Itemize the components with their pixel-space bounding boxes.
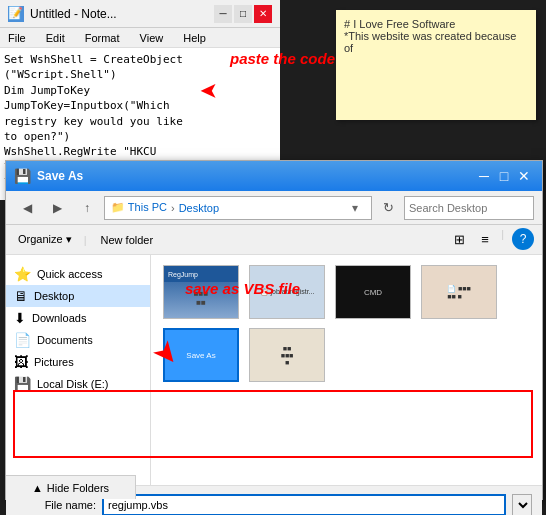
menu-file[interactable]: File <box>4 30 30 46</box>
close-button[interactable]: ✕ <box>254 5 272 23</box>
address-bar[interactable]: 📁 This PC › Desktop ▾ <box>104 196 372 220</box>
sticky-line2: *This website was created because of <box>344 30 528 54</box>
dialog-titlebar: 💾 Save As ─ □ ✕ <box>6 161 542 191</box>
sidebar-item-desktop[interactable]: 🖥 Desktop <box>6 285 150 307</box>
sidebar-item-documents[interactable]: 📄 Documents <box>6 329 150 351</box>
notepad-menubar: File Edit Format View Help <box>0 28 280 48</box>
desktop-icon: 🖥 <box>14 288 28 304</box>
sidebar: ⭐ Quick access 🖥 Desktop ⬇ Downloads 📄 D… <box>6 255 151 485</box>
menu-edit[interactable]: Edit <box>42 30 69 46</box>
new-folder-button[interactable]: New folder <box>95 232 160 248</box>
dialog-close-btn[interactable]: ✕ <box>514 166 534 186</box>
minimize-button[interactable]: ─ <box>214 5 232 23</box>
nav-refresh-btn[interactable]: ↻ <box>376 196 400 220</box>
view-list-btn[interactable]: ≡ <box>473 228 497 252</box>
dialog-maximize-btn[interactable]: □ <box>494 166 514 186</box>
sidebar-label-downloads: Downloads <box>32 312 86 324</box>
sidebar-item-localdisk[interactable]: 💾 Local Disk (E:) <box>6 373 150 395</box>
sidebar-label-desktop: Desktop <box>34 290 74 302</box>
path-refresh-btn[interactable]: ▾ <box>345 198 365 218</box>
search-input[interactable] <box>405 202 546 214</box>
nav-up-btn[interactable]: ↑ <box>74 196 100 220</box>
hide-folders-chevron: ▲ <box>32 482 43 494</box>
search-bar: 🔍 <box>404 196 534 220</box>
desktop-files: RegJump ■■■■■ 📋 job at registr... <box>155 259 538 391</box>
notepad-titlebar: 📝 Untitled - Note... ─ □ ✕ <box>0 0 280 28</box>
localdisk-icon: 💾 <box>14 376 31 392</box>
quickaccess-icon: ⭐ <box>14 266 31 282</box>
path-thispc[interactable]: 📁 This PC <box>111 201 167 214</box>
documents-icon: 📄 <box>14 332 31 348</box>
dialog-title: Save As <box>37 169 474 183</box>
paste-arrow: ➤ <box>200 78 218 104</box>
notepad-title: Untitled - Note... <box>30 7 214 21</box>
organize-button[interactable]: Organize ▾ <box>14 231 76 248</box>
menu-help[interactable]: Help <box>179 30 210 46</box>
nav-forward-btn[interactable]: ▶ <box>44 196 70 220</box>
dialog-icon: 💾 <box>14 168 31 184</box>
menu-format[interactable]: Format <box>81 30 124 46</box>
sidebar-item-quickaccess[interactable]: ⭐ Quick access <box>6 263 150 285</box>
file-thumb-6[interactable]: ■■■■■■ <box>247 328 327 385</box>
view-icon-btn[interactable]: ⊞ <box>447 228 471 252</box>
maximize-button[interactable]: □ <box>234 5 252 23</box>
pictures-icon: 🖼 <box>14 354 28 370</box>
annotation-paste: paste the code <box>230 50 335 67</box>
thumb-img-4: 📄 ■■■■■ ■ <box>421 265 497 319</box>
sticky-line1: # I Love Free Software <box>344 18 528 30</box>
thumb-img-6: ■■■■■■ <box>249 328 325 382</box>
downloads-icon: ⬇ <box>14 310 26 326</box>
path-desktop[interactable]: Desktop <box>179 202 219 214</box>
sticky-note: # I Love Free Software *This website was… <box>336 10 536 120</box>
sidebar-item-pictures[interactable]: 🖼 Pictures <box>6 351 150 373</box>
sidebar-label-documents: Documents <box>37 334 93 346</box>
file-thumb-4[interactable]: 📄 ■■■■■ ■ <box>419 265 499 322</box>
help-button[interactable]: ? <box>512 228 534 250</box>
sidebar-label-quickaccess: Quick access <box>37 268 102 280</box>
organize-bar: Organize ▾ | New folder ⊞ ≡ | ? <box>6 225 542 255</box>
nav-back-btn[interactable]: ◀ <box>14 196 40 220</box>
saveas-dialog: 💾 Save As ─ □ ✕ ◀ ▶ ↑ 📁 This PC › Deskto… <box>5 160 543 500</box>
filename-input[interactable] <box>102 494 506 515</box>
menu-view[interactable]: View <box>136 30 168 46</box>
annotation-saveas: save as VBS file <box>185 280 300 297</box>
hide-folders-label: Hide Folders <box>47 482 109 494</box>
notepad-icon: 📝 <box>8 6 24 22</box>
notepad-window-controls: ─ □ ✕ <box>214 5 272 23</box>
view-buttons: ⊞ ≡ | ? <box>447 228 534 252</box>
file-thumb-3[interactable]: CMD <box>333 265 413 322</box>
sidebar-label-localdisk: Local Disk (E:) <box>37 378 109 390</box>
sidebar-label-pictures: Pictures <box>34 356 74 368</box>
filename-dropdown[interactable]: ▾ <box>512 494 532 515</box>
dialog-minimize-btn[interactable]: ─ <box>474 166 494 186</box>
filename-label: File name: <box>16 499 96 511</box>
dialog-toolbar: ◀ ▶ ↑ 📁 This PC › Desktop ▾ ↻ 🔍 <box>6 191 542 225</box>
hide-folders-button[interactable]: ▲ Hide Folders <box>6 475 136 499</box>
thumb-img-3: CMD <box>335 265 411 319</box>
sidebar-item-downloads[interactable]: ⬇ Downloads <box>6 307 150 329</box>
